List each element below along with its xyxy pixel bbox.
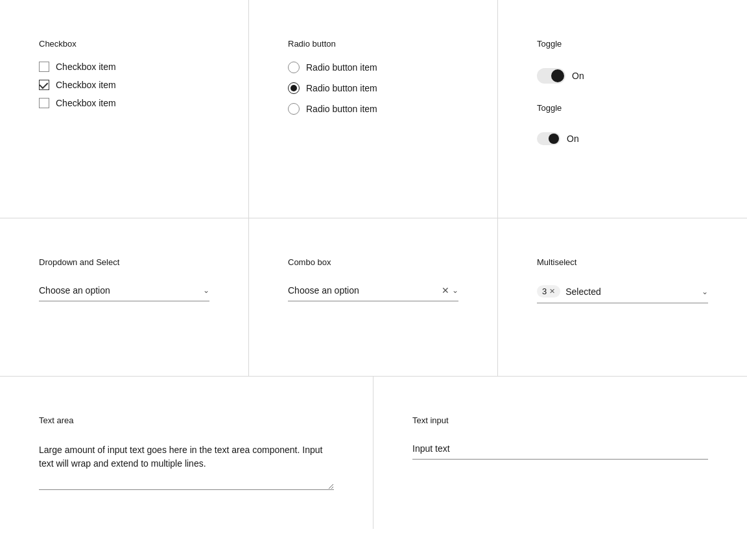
checkbox-box-3[interactable] — [39, 98, 49, 108]
radio-circle-1[interactable] — [288, 62, 300, 73]
toggle-knob-1 — [551, 69, 564, 82]
dropdown-cell: Dropdown and Select Choose an option ⌄ — [0, 218, 249, 376]
toggle-cell: Toggle On Toggle On — [498, 0, 747, 218]
checkbox-box-2[interactable] — [39, 80, 49, 90]
checkbox-item-label-1: Checkbox item — [56, 62, 116, 72]
badge-count: 3 — [542, 286, 547, 296]
dropdown-label: Dropdown and Select — [39, 257, 209, 267]
toggle-switch-1[interactable] — [537, 68, 565, 84]
toggle-label-2: Toggle — [537, 103, 708, 113]
checkbox-box-1[interactable] — [39, 62, 49, 72]
checkbox-label: Checkbox — [39, 39, 209, 49]
textarea-cell: Text area — [0, 377, 374, 529]
textinput-wrapper — [412, 438, 708, 460]
toggle-state-1: On — [572, 71, 584, 81]
toggle-item-2: Toggle On — [537, 103, 708, 145]
checkbox-item-2[interactable]: Checkbox item — [39, 80, 209, 90]
multiselect-cell: Multiselect 3 ✕ Selected ⌄ — [498, 218, 747, 376]
combobox-select[interactable]: Choose an option ✕ ⌄ — [288, 280, 458, 301]
radio-item-label-1: Radio button item — [306, 62, 377, 73]
clear-icon[interactable]: ✕ — [442, 285, 449, 296]
text-input-field[interactable] — [412, 438, 708, 460]
checkbox-cell: Checkbox Checkbox item Checkbox item Che… — [0, 0, 249, 218]
bottom-row: Text area Text input — [0, 376, 747, 529]
dropdown-select[interactable]: Choose an option ⌄ — [39, 280, 209, 301]
checkbox-item-label-2: Checkbox item — [56, 80, 116, 90]
main-grid: Checkbox Checkbox item Checkbox item Che… — [0, 0, 747, 376]
combobox-value: Choose an option — [288, 285, 359, 296]
textinput-label: Text input — [412, 415, 708, 425]
multiselect-left: 3 ✕ Selected — [537, 285, 601, 298]
toggle-state-2: On — [567, 134, 579, 144]
textarea-label: Text area — [39, 415, 334, 425]
toggle-label-1: Toggle — [537, 39, 708, 49]
radio-circle-2[interactable] — [288, 82, 300, 94]
chevron-down-icon-multi: ⌄ — [702, 287, 708, 296]
multiselect-select[interactable]: 3 ✕ Selected ⌄ — [537, 280, 708, 303]
multiselect-badge: 3 ✕ — [537, 285, 560, 298]
combobox-label: Combo box — [288, 257, 458, 267]
textarea-wrapper — [39, 438, 334, 490]
textinput-cell: Text input — [374, 377, 747, 529]
toggle-item-1: Toggle On — [537, 39, 708, 84]
textarea-input[interactable] — [39, 438, 334, 490]
radio-item-2[interactable]: Radio button item — [288, 82, 458, 94]
toggle-switch-2[interactable] — [537, 132, 560, 145]
badge-remove-icon[interactable]: ✕ — [549, 287, 555, 296]
radio-item-1[interactable]: Radio button item — [288, 62, 458, 73]
radio-item-3[interactable]: Radio button item — [288, 103, 458, 115]
toggle-group: Toggle On Toggle On — [537, 39, 708, 145]
combobox-right: ✕ ⌄ — [442, 285, 458, 296]
radio-group: Radio button item Radio button item Radi… — [288, 62, 458, 115]
combobox-wrapper: Choose an option ✕ ⌄ — [288, 280, 458, 301]
combobox-cell: Combo box Choose an option ✕ ⌄ — [249, 218, 498, 376]
multiselect-wrapper: 3 ✕ Selected ⌄ — [537, 280, 708, 303]
checkbox-item-label-3: Checkbox item — [56, 98, 116, 108]
radio-label: Radio button — [288, 39, 458, 49]
checkbox-item-1[interactable]: Checkbox item — [39, 62, 209, 72]
radio-circle-3[interactable] — [288, 103, 300, 115]
multiselect-label: Multiselect — [537, 257, 708, 267]
dropdown-value: Choose an option — [39, 285, 110, 296]
checkbox-item-3[interactable]: Checkbox item — [39, 98, 209, 108]
combobox-left: Choose an option — [288, 285, 442, 296]
toggle-row-1: On — [537, 68, 708, 84]
checkbox-group: Checkbox item Checkbox item Checkbox ite… — [39, 62, 209, 108]
chevron-down-icon: ⌄ — [203, 286, 209, 295]
chevron-down-icon-combo: ⌄ — [452, 286, 458, 295]
toggle-knob-2 — [549, 134, 559, 144]
radio-cell: Radio button Radio button item Radio but… — [249, 0, 498, 218]
toggle-row-2: On — [537, 132, 708, 145]
dropdown-wrapper: Choose an option ⌄ — [39, 280, 209, 301]
radio-item-label-3: Radio button item — [306, 104, 377, 114]
multiselect-value: Selected — [565, 286, 600, 297]
radio-item-label-2: Radio button item — [306, 83, 377, 93]
